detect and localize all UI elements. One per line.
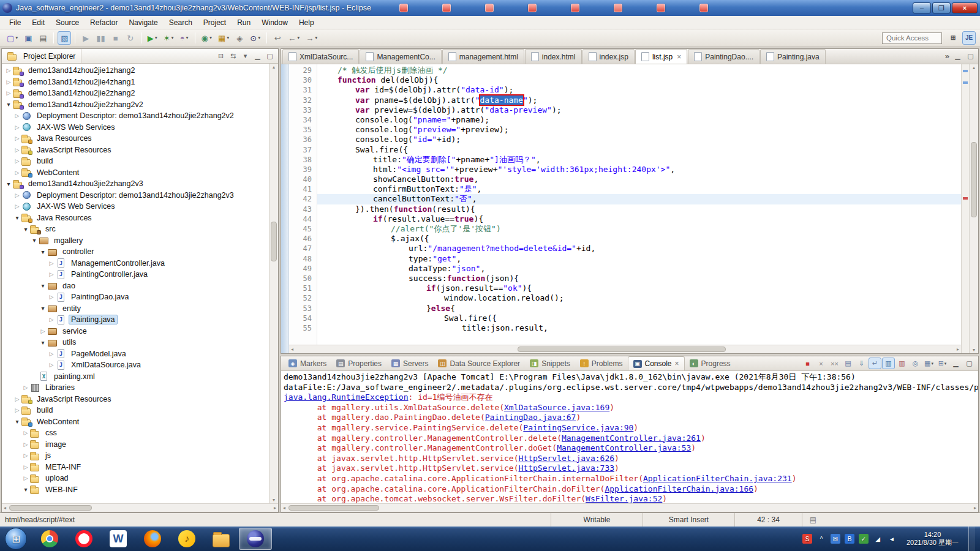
tree-item[interactable]: ▾WEB-INF (2, 484, 269, 496)
maximize-view-icon[interactable]: ▢ (963, 358, 976, 369)
editor-tab-painting-java[interactable]: Painting.java (760, 49, 826, 64)
stacktrace-link[interactable]: HttpServlet.java:626 (519, 454, 615, 463)
code-line[interactable]: 49dataType:"json", (289, 264, 961, 274)
close-icon[interactable]: × (677, 53, 681, 61)
taskbar-app-eclipse[interactable] (239, 528, 272, 550)
new-package-icon[interactable]: ▦▾ (216, 31, 232, 45)
scrollbar-thumb[interactable] (271, 222, 277, 261)
menu-search[interactable]: Search (164, 17, 198, 28)
scroll-lock-icon[interactable]: ⇓ (855, 358, 868, 369)
stacktrace-link[interactable]: HttpServlet.java:733 (519, 463, 615, 473)
collapsed-arrow-icon[interactable]: ▷ (21, 384, 30, 391)
open-perspective-icon[interactable]: ⊞ (946, 31, 960, 45)
code-line[interactable]: 42cancelButtonText:"否", (289, 194, 961, 204)
expanded-arrow-icon[interactable]: ▾ (39, 339, 47, 346)
show-desktop-button[interactable] (968, 527, 975, 551)
code-line[interactable]: 50success:function(json){ (289, 274, 961, 283)
show-on-stdout-icon[interactable]: ▥ (882, 358, 895, 369)
view-tab-snippets[interactable]: ◨Snippets (525, 356, 575, 370)
collapsed-arrow-icon[interactable]: ▷ (13, 124, 21, 130)
collapsed-arrow-icon[interactable]: ▷ (47, 294, 56, 300)
code-line[interactable]: 45//alert("你点了'是'按钮") (289, 224, 961, 234)
stacktrace-link[interactable]: PaintingService.java:90 (523, 423, 633, 432)
expanded-arrow-icon[interactable]: ▾ (39, 282, 47, 289)
close-icon[interactable]: × (675, 359, 679, 368)
collapsed-arrow-icon[interactable]: ▷ (13, 170, 21, 176)
new-wizard-icon[interactable]: ▢▾ (4, 31, 20, 45)
tree-item[interactable]: ▷JAX-WS Web Services (2, 122, 269, 133)
profile-icon[interactable]: ◓▾ (178, 31, 191, 45)
code-line[interactable]: 54Swal.fire({ (289, 313, 961, 323)
code-line[interactable]: 34console.log("pname="+pname); (289, 115, 961, 125)
maximize-view-icon[interactable]: ▢ (965, 51, 976, 61)
menu-file[interactable]: File (4, 17, 26, 28)
tree-item[interactable]: ▷ManagementController.java (2, 258, 269, 269)
collapsed-arrow-icon[interactable]: ▷ (21, 441, 30, 448)
tree-item[interactable]: ▷Libraries (2, 382, 269, 394)
print-icon[interactable]: ▤ (36, 31, 50, 45)
collapsed-arrow-icon[interactable]: ▷ (13, 396, 21, 402)
editor-tab-index-jsp[interactable]: index.jsp (582, 49, 635, 64)
view-tab-problems[interactable]: !Problems (575, 356, 628, 370)
display-selected-console-icon[interactable]: ▦▾ (922, 358, 935, 369)
tree-item[interactable]: painting.xml (2, 371, 269, 383)
tree-item[interactable]: ▷upload (2, 473, 269, 484)
view-tab-servers[interactable]: ▦Servers (386, 356, 433, 370)
tree-item[interactable]: ▾controller (2, 246, 269, 258)
annotation-ruler[interactable] (281, 64, 289, 353)
code-line[interactable]: 32var pname=$(delObj).attr("data-name"); (289, 96, 961, 105)
stacktrace-link[interactable]: java.lang.RuntimeException (284, 392, 409, 402)
expanded-arrow-icon[interactable]: ▾ (4, 181, 13, 187)
code-line[interactable]: 44if(result.value==true){ (289, 214, 961, 224)
expanded-arrow-icon[interactable]: ▾ (4, 101, 13, 108)
overview-ruler[interactable] (961, 64, 969, 353)
remove-launch-icon[interactable]: × (815, 358, 827, 369)
close-button[interactable]: × (952, 2, 978, 13)
taskbar-app-firefox[interactable] (136, 528, 169, 550)
stacktrace-link[interactable]: XmlDataSource.java:169 (504, 403, 609, 412)
collapsed-arrow-icon[interactable]: ▷ (21, 464, 30, 470)
start-button[interactable]: ⊞ (5, 528, 27, 550)
code-line[interactable]: 38title:"确定要删除["+pname+"]油画吗？", (289, 155, 961, 165)
code-line[interactable]: 53}else{ (289, 304, 961, 313)
code-line[interactable]: 55title:json.result, (289, 323, 961, 333)
code-line[interactable]: 48type:"get", (289, 254, 961, 264)
run-icon[interactable]: ▶▾ (145, 31, 160, 45)
menu-source[interactable]: Source (50, 17, 85, 28)
menu-navigate[interactable]: Navigate (123, 17, 163, 28)
security-tray-icon[interactable]: ✓ (859, 534, 869, 544)
hidden-icons-arrow[interactable]: ^ (816, 534, 826, 544)
view-tab-markers[interactable]: ◈Markers (284, 356, 331, 370)
tree-item[interactable]: ▷PageModel.java (2, 348, 269, 360)
tree-item[interactable]: ▷js (2, 450, 269, 462)
terminate-icon[interactable]: ■ (109, 31, 123, 45)
chat-tray-icon[interactable]: ✉ (831, 534, 840, 544)
resume-icon[interactable]: ▶ (79, 31, 92, 45)
code-line[interactable]: 37Swal.fire({ (289, 145, 961, 155)
collapsed-arrow-icon[interactable]: ▷ (4, 79, 13, 85)
collapsed-arrow-icon[interactable]: ▷ (13, 192, 21, 198)
explorer-horizontal-scrollbar[interactable] (2, 503, 278, 512)
tree-item[interactable]: ▷JavaScript Resources (2, 144, 269, 156)
collapsed-arrow-icon[interactable]: ▷ (13, 407, 21, 413)
tree-item[interactable]: ▾utils (2, 337, 269, 348)
tree-item[interactable]: ▷Java Resources (2, 133, 269, 144)
tree-item[interactable]: ▷build (2, 156, 269, 167)
network-tray-icon[interactable]: ◢ (873, 534, 883, 544)
taskbar-clock[interactable]: 14:20 2021/8/30 星期一 (901, 531, 964, 547)
code-line[interactable]: 46$.ajax({ (289, 234, 961, 244)
view-tab-console[interactable]: ▣Console× (628, 356, 685, 370)
tree-item[interactable]: ▷demo13and14zhou2jie2zhang2 (2, 88, 269, 99)
editor-tab-index-html[interactable]: index.html (525, 49, 582, 64)
tab-overflow-chevron[interactable]: » (945, 51, 949, 61)
collapsed-arrow-icon[interactable]: ▷ (13, 147, 21, 153)
collapsed-arrow-icon[interactable]: ▷ (13, 203, 21, 209)
expanded-arrow-icon[interactable]: ▾ (39, 249, 47, 255)
scrollbar-thumb[interactable] (971, 142, 977, 217)
expanded-arrow-icon[interactable]: ▾ (21, 226, 30, 233)
collapse-all-icon[interactable]: ⊟ (215, 51, 227, 61)
minimize-view-icon[interactable]: ▁ (949, 358, 962, 369)
collapsed-arrow-icon[interactable]: ▷ (21, 475, 30, 481)
pin-console-icon[interactable]: ◎ (909, 358, 922, 369)
collapsed-arrow-icon[interactable]: ▷ (13, 135, 21, 141)
